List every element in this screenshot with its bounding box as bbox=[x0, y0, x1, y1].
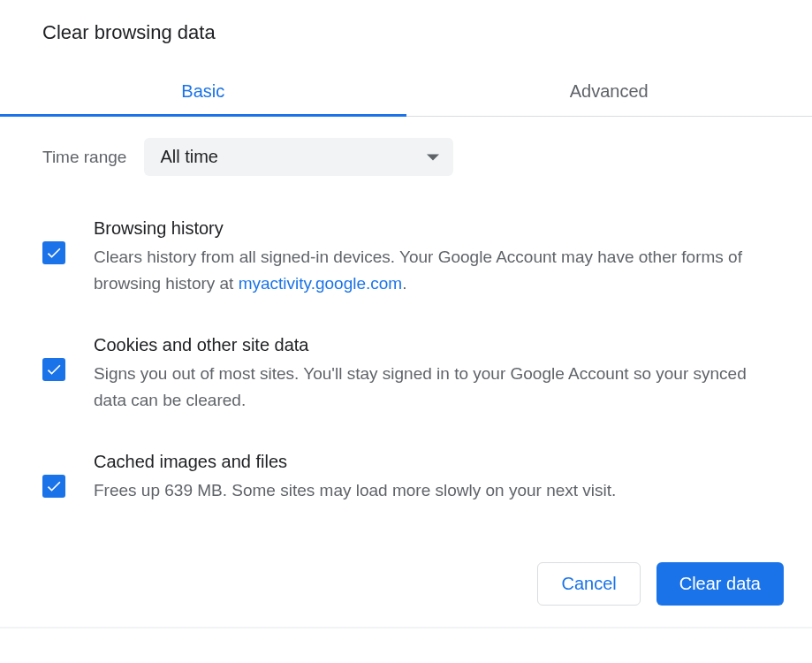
option-cache-text: Cached images and files Frees up 639 MB.… bbox=[94, 452, 770, 504]
tab-advanced-label: Advanced bbox=[570, 81, 649, 101]
option-cookies-text: Cookies and other site data Signs you ou… bbox=[94, 335, 770, 415]
option-cache-title: Cached images and files bbox=[94, 452, 770, 472]
tab-advanced[interactable]: Advanced bbox=[406, 69, 813, 116]
dialog-footer: Cancel Clear data bbox=[0, 541, 812, 629]
time-range-select[interactable]: All time bbox=[144, 138, 453, 176]
tab-basic-label: Basic bbox=[181, 81, 224, 101]
option-cache-desc: Frees up 639 MB. Some sites may load mor… bbox=[94, 477, 770, 504]
option-browsing-history: Browsing history Clears history from all… bbox=[42, 218, 770, 298]
option-browsing-history-desc-prefix: Clears history from all signed-in device… bbox=[94, 248, 742, 293]
time-range-value: All time bbox=[160, 147, 218, 167]
option-cache: Cached images and files Frees up 639 MB.… bbox=[42, 452, 770, 504]
check-icon bbox=[45, 361, 63, 378]
dialog-tabs: Basic Advanced bbox=[0, 69, 812, 117]
checkbox-cache[interactable] bbox=[42, 475, 65, 498]
option-browsing-history-desc: Clears history from all signed-in device… bbox=[94, 244, 770, 298]
dialog-title: Clear browsing data bbox=[0, 21, 812, 44]
option-cookies-desc: Signs you out of most sites. You'll stay… bbox=[94, 361, 770, 415]
option-cookies: Cookies and other site data Signs you ou… bbox=[42, 335, 770, 415]
myactivity-link[interactable]: myactivity.google.com bbox=[239, 274, 403, 293]
tab-basic[interactable]: Basic bbox=[0, 69, 406, 116]
chevron-down-icon bbox=[427, 154, 439, 160]
checkbox-browsing-history[interactable] bbox=[42, 241, 65, 264]
option-browsing-history-text: Browsing history Clears history from all… bbox=[94, 218, 770, 298]
clear-browsing-data-dialog: Clear browsing data Basic Advanced Time … bbox=[0, 0, 812, 629]
option-cookies-title: Cookies and other site data bbox=[94, 335, 770, 355]
checkbox-cookies[interactable] bbox=[42, 358, 65, 381]
option-browsing-history-title: Browsing history bbox=[94, 218, 770, 239]
check-icon bbox=[45, 477, 63, 495]
time-range-label: Time range bbox=[42, 148, 126, 167]
clear-data-button[interactable]: Clear data bbox=[656, 562, 784, 606]
option-browsing-history-desc-suffix: . bbox=[402, 274, 406, 293]
tab-content-basic: Time range All time Browsing history Cle… bbox=[0, 117, 812, 504]
check-icon bbox=[45, 244, 63, 262]
cancel-button[interactable]: Cancel bbox=[537, 562, 640, 606]
time-range-row: Time range All time bbox=[42, 138, 770, 176]
